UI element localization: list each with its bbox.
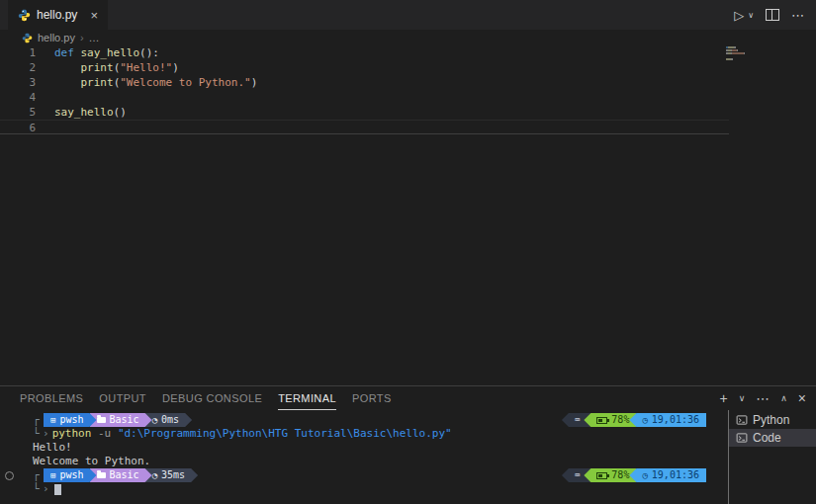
- terminal-row-cursor: └›: [0, 482, 728, 496]
- segment-label: 35ms: [161, 468, 185, 482]
- terminal-list-item-python[interactable]: Python: [729, 411, 816, 429]
- prompt-right-segments: ⌨78%◷19,01:36: [562, 413, 706, 427]
- minimap-token: [737, 49, 738, 51]
- editor-tab-bar: hello.py × ▷∨⋯: [0, 0, 816, 30]
- terminal-list-item-code[interactable]: Code: [729, 429, 816, 447]
- minimap-line: [726, 55, 752, 57]
- command-token: "d:\Programming\Python\HTG Tutorial\Basi…: [118, 427, 452, 441]
- minimap-line: [726, 52, 752, 54]
- code-token: def: [54, 46, 81, 59]
- code-text: print("Welcome to Python."): [36, 75, 257, 90]
- terminal-icon: [736, 414, 748, 426]
- segment-icon: ⊞: [50, 413, 55, 427]
- panel-tab-debug-console[interactable]: DEBUG CONSOLE: [162, 386, 262, 410]
- code-token: (): [114, 106, 127, 119]
- code-token: ): [251, 76, 258, 89]
- segment-label: 78%: [611, 413, 629, 427]
- split-editor-icon: [766, 9, 779, 21]
- prompt-connector: └: [33, 482, 42, 496]
- code-token: "Hello!": [120, 61, 172, 74]
- run-python-file-button[interactable]: ▷: [734, 8, 744, 23]
- line-number: 6: [0, 121, 36, 133]
- line-number: 2: [0, 60, 36, 75]
- prompt-char: ›: [42, 482, 52, 496]
- minimap-token: [734, 46, 736, 48]
- panel-tab-terminal[interactable]: TERMINAL: [278, 386, 336, 410]
- prompt-left-segments: ⊞pwshBasic◔35ms: [44, 468, 198, 482]
- python-icon: [22, 33, 33, 43]
- terminal-launch-dropdown[interactable]: ∨: [739, 393, 746, 403]
- segment-icon: ⊞: [50, 468, 55, 482]
- minimap[interactable]: [726, 46, 752, 64]
- code-token: ():: [139, 46, 159, 59]
- battery-icon: [596, 472, 607, 479]
- code-line[interactable]: 5say_hello(): [0, 105, 729, 120]
- prompt-left-segments: ⊞pwshBasic◔0ms: [44, 413, 192, 427]
- tab-hello-py[interactable]: hello.py ×: [8, 0, 108, 30]
- terminal-row-output: Hello!: [0, 441, 728, 455]
- prompt-segment: ⊞pwsh: [44, 413, 97, 427]
- minimap-token: [731, 58, 732, 60]
- panel-tab-problems[interactable]: PROBLEMS: [20, 386, 83, 410]
- code-text: say_hello(): [36, 105, 127, 120]
- panel-actions: +∨⋯∧×: [719, 390, 816, 406]
- segment-icon: ◔: [152, 468, 157, 482]
- segment-label: 0ms: [161, 413, 179, 427]
- code-token: [54, 76, 81, 89]
- minimap-token: [732, 52, 744, 54]
- prompt-connector: ┌: [33, 468, 42, 482]
- terminal-instance-list: PythonCode: [729, 410, 816, 504]
- bottom-panel: PROBLEMSOUTPUTDEBUG CONSOLETERMINALPORTS…: [0, 385, 816, 504]
- panel-tab-output[interactable]: OUTPUT: [99, 386, 146, 410]
- code-editor[interactable]: 1def say_hello():2 print("Hello!")3 prin…: [0, 45, 816, 385]
- panel-tab-ports[interactable]: PORTS: [352, 386, 392, 410]
- command-decoration-icon[interactable]: [5, 471, 14, 480]
- prompt-connector: └: [33, 427, 42, 441]
- segment-icon: ◷: [642, 468, 647, 482]
- code-text: [36, 90, 54, 105]
- editor-more-actions[interactable]: ⋯: [791, 8, 804, 23]
- segment-icon: ◔: [152, 413, 157, 427]
- segment-icon: ◷: [642, 413, 647, 427]
- close-panel-button[interactable]: ×: [798, 390, 806, 406]
- segment-label: 78%: [611, 468, 629, 482]
- prompt-segment: ◷19,01:36: [629, 413, 706, 427]
- breadcrumb-file[interactable]: hello.py: [38, 32, 75, 43]
- run-dropdown[interactable]: ∨: [748, 11, 754, 20]
- battery-icon: [596, 417, 607, 424]
- editor-actions: ▷∨⋯: [734, 0, 816, 30]
- breadcrumb[interactable]: hello.py › …: [0, 30, 816, 45]
- terminal-icon: [736, 432, 748, 444]
- split-editor-button[interactable]: [766, 9, 779, 21]
- code-line[interactable]: 1def say_hello():: [0, 45, 729, 60]
- code-token: print: [81, 61, 114, 74]
- panel-more-actions[interactable]: ⋯: [756, 390, 770, 406]
- terminal-list-label: Code: [753, 431, 781, 445]
- line-number: 3: [0, 75, 36, 90]
- new-terminal-button[interactable]: +: [719, 390, 727, 406]
- code-line[interactable]: 2 print("Hello!"): [0, 60, 729, 75]
- terminal[interactable]: ┌⊞pwshBasic◔0ms⌨78%◷19,01:36└›python -u …: [0, 410, 728, 504]
- code-token: say_hello: [54, 106, 114, 119]
- maximize-panel-button[interactable]: ∧: [780, 393, 787, 403]
- panel-tabs: PROBLEMSOUTPUTDEBUG CONSOLETERMINALPORTS: [20, 386, 408, 410]
- prompt-segment: ◷19,01:36: [629, 468, 706, 482]
- command-token: python: [52, 427, 92, 441]
- tab-close-icon[interactable]: ×: [90, 8, 98, 23]
- folder-icon: [97, 417, 106, 423]
- segment-label: Basic: [110, 413, 139, 427]
- terminal-row-prompt: ┌⊞pwshBasic◔0ms⌨78%◷19,01:36: [0, 413, 728, 427]
- terminal-row-output: Welcome to Python.: [0, 455, 728, 468]
- code-line[interactable]: 3 print("Welcome to Python."): [0, 75, 729, 90]
- code-token: print: [81, 76, 114, 89]
- code-line[interactable]: 6: [0, 120, 729, 134]
- minimap-line: [726, 61, 752, 63]
- python-icon: [18, 9, 31, 22]
- panel-body: ┌⊞pwshBasic◔0ms⌨78%◷19,01:36└›python -u …: [0, 410, 816, 504]
- minimap-line: [726, 58, 752, 60]
- prompt-segment: Basic: [90, 413, 152, 427]
- segment-label: pwsh: [59, 468, 83, 482]
- code-line[interactable]: 4: [0, 90, 729, 105]
- terminal-output-text: Hello!: [33, 441, 72, 455]
- code-text: print("Hello!"): [36, 60, 179, 75]
